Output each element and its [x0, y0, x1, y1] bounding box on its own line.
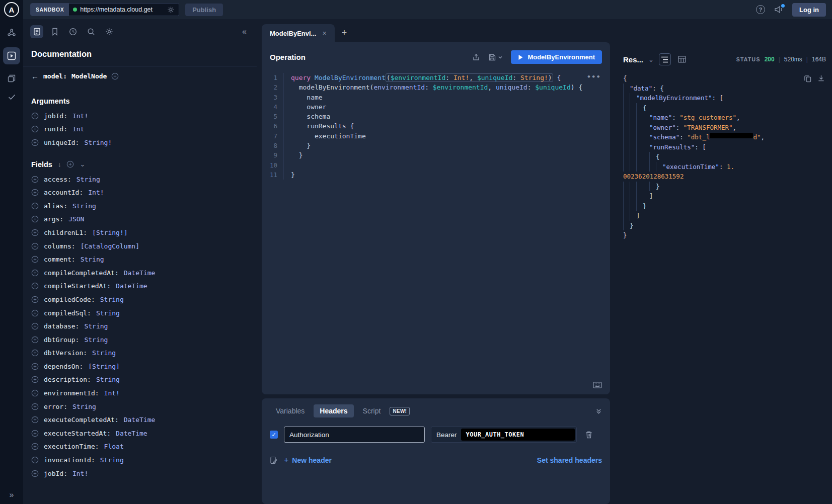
operation-menu-icon[interactable]: ••• [587, 73, 601, 80]
field-type[interactable]: [String!] [92, 229, 127, 236]
doc-field-row[interactable]: alias:String [23, 199, 257, 213]
search-icon[interactable] [85, 25, 98, 38]
close-tab-icon[interactable]: × [322, 29, 326, 37]
settings-icon[interactable] [103, 25, 116, 38]
field-name[interactable]: executionTime: [44, 443, 99, 450]
add-field-icon[interactable] [31, 112, 39, 120]
code-line[interactable]: 6 runResults { [262, 121, 610, 131]
schema-icon[interactable] [7, 28, 16, 37]
field-type[interactable]: Int! [72, 470, 88, 477]
add-field-icon[interactable] [31, 139, 39, 146]
doc-field-row[interactable]: compileCompletedAt:DateTime [23, 266, 257, 280]
code-line[interactable]: 9 } [262, 150, 610, 160]
add-all-fields-icon[interactable] [66, 160, 74, 168]
field-type[interactable]: String [81, 256, 104, 263]
code-line[interactable]: 2 modelByEnvironment(environmentId: $env… [262, 82, 610, 92]
code-line[interactable]: 11} [262, 170, 610, 180]
doc-field-row[interactable]: compileStartedAt:DateTime [23, 280, 257, 293]
header-enabled-checkbox[interactable]: ✓ [270, 431, 278, 439]
add-field-icon[interactable] [31, 363, 39, 370]
field-name[interactable]: dependsOn: [44, 363, 83, 370]
code-line[interactable]: 4 owner [262, 102, 610, 112]
add-field-icon[interactable] [31, 389, 39, 397]
doc-field-row[interactable]: description:String [23, 373, 257, 387]
add-field-icon[interactable] [31, 296, 39, 303]
field-name[interactable]: columns: [44, 242, 75, 250]
doc-field-row[interactable]: jobId:Int! [23, 109, 257, 123]
add-type-icon[interactable] [111, 72, 119, 80]
field-name[interactable]: args: [44, 215, 63, 223]
field-type[interactable]: Int [72, 125, 84, 133]
field-type[interactable]: String [100, 456, 124, 464]
field-type[interactable]: Int! [72, 112, 88, 120]
field-name[interactable]: compiledCode: [44, 296, 95, 303]
field-type[interactable]: [CatalogColumn] [81, 242, 139, 250]
copy-response-icon[interactable] [804, 74, 811, 82]
field-type[interactable]: String [96, 376, 120, 383]
field-type[interactable]: String [72, 403, 96, 410]
back-icon[interactable]: ← [31, 72, 39, 80]
tab-variables[interactable]: Variables [270, 404, 311, 417]
field-name[interactable]: jobId: [44, 112, 67, 120]
publish-button[interactable]: Publish [185, 4, 223, 16]
field-name[interactable]: jobId: [44, 470, 67, 477]
add-field-icon[interactable] [31, 125, 39, 133]
doc-field-row[interactable]: columns:[CatalogColumn] [23, 239, 257, 253]
add-field-icon[interactable] [31, 322, 39, 330]
add-field-icon[interactable] [31, 229, 39, 236]
field-name[interactable]: compileCompletedAt: [44, 269, 119, 277]
header-value-field[interactable]: Bearer YOUR_AUTH_TOKEN [431, 427, 577, 443]
collections-icon[interactable] [8, 74, 16, 82]
field-type[interactable]: String [100, 296, 124, 303]
sort-fields-icon[interactable]: ↓ [58, 160, 61, 168]
add-field-icon[interactable] [31, 189, 39, 196]
tab-headers[interactable]: Headers [314, 404, 353, 417]
keyboard-shortcuts-icon[interactable] [593, 382, 602, 388]
doc-field-row[interactable]: uniqueId:String! [23, 136, 257, 149]
doc-field-row[interactable]: invocationId:String [23, 453, 257, 467]
delete-header-icon[interactable] [585, 431, 593, 439]
field-name[interactable]: uniqueId: [44, 139, 79, 146]
field-type[interactable]: String [72, 202, 96, 210]
doc-field-row[interactable]: comment:String [23, 253, 257, 266]
doc-field-row[interactable]: compiledSql:String [23, 306, 257, 320]
bookmark-icon[interactable] [48, 25, 61, 38]
add-field-icon[interactable] [31, 269, 39, 277]
share-icon[interactable] [472, 53, 480, 61]
field-type[interactable]: Int! [88, 189, 104, 196]
doc-field-row[interactable]: dbtVersion:String [23, 347, 257, 360]
endpoint-url-box[interactable]: https://metadata.cloud.get [69, 4, 179, 16]
doc-field-row[interactable]: executeCompletedAt:DateTime [23, 413, 257, 427]
code-line[interactable]: 5 schema [262, 112, 610, 121]
add-field-icon[interactable] [31, 443, 39, 450]
operation-editor[interactable]: 1query ModelByEnvironment($environmentId… [262, 69, 610, 394]
doc-field-row[interactable]: childrenL1:[String!] [23, 226, 257, 239]
add-field-icon[interactable] [31, 282, 39, 290]
json-view-icon[interactable] [659, 53, 671, 65]
field-name[interactable]: executeStartedAt: [44, 430, 111, 437]
field-name[interactable]: childrenL1: [44, 229, 87, 236]
field-name[interactable]: database: [44, 322, 79, 330]
field-type[interactable]: [String] [88, 363, 120, 370]
endpoint-settings-icon[interactable] [167, 6, 175, 14]
doc-field-row[interactable]: compiledCode:String [23, 293, 257, 306]
field-type[interactable]: String [77, 176, 100, 183]
field-type[interactable]: String! [84, 139, 112, 146]
code-line[interactable]: 8 } [262, 141, 610, 150]
add-field-icon[interactable] [31, 349, 39, 357]
table-view-icon[interactable] [676, 53, 688, 65]
doc-field-row[interactable]: accountId:Int! [23, 186, 257, 199]
explorer-icon[interactable] [3, 47, 20, 64]
field-type[interactable]: Int! [104, 389, 120, 397]
field-name[interactable]: description: [44, 376, 91, 383]
documentation-tab-icon[interactable] [30, 25, 43, 38]
doc-field-row[interactable]: database:String [23, 319, 257, 333]
doc-field-row[interactable]: error:String [23, 400, 257, 413]
expand-rail-icon[interactable]: » [10, 491, 14, 499]
field-name[interactable]: invocationId: [44, 456, 95, 464]
collapse-panel-icon[interactable]: « [242, 27, 250, 36]
header-key-input[interactable] [284, 427, 425, 443]
new-tab-icon[interactable]: + [337, 28, 352, 42]
add-field-icon[interactable] [31, 309, 39, 317]
doc-field-row[interactable]: environmentId:Int! [23, 386, 257, 400]
